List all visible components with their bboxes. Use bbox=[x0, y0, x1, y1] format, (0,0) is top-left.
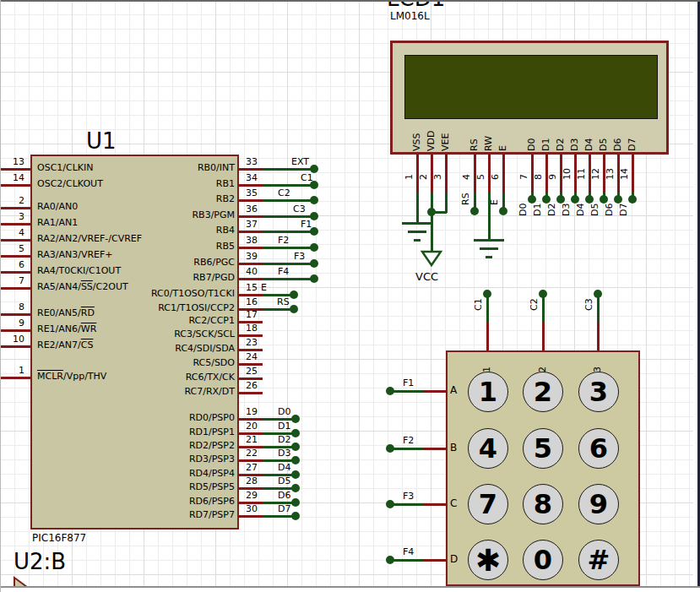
u2b-reference-label: U2:B bbox=[14, 549, 66, 574]
u1-pin-26-stub[interactable] bbox=[239, 392, 263, 394]
wire-F4[interactable] bbox=[390, 559, 423, 562]
wire-F4[interactable] bbox=[263, 278, 315, 280]
wire-C3[interactable] bbox=[263, 215, 315, 218]
u1-pin-38-stub[interactable] bbox=[239, 247, 263, 249]
u1-pin-1-wire[interactable] bbox=[0, 377, 30, 379]
keypad-col-2-stub[interactable] bbox=[542, 323, 545, 350]
junction-dot-lcd-D4[interactable] bbox=[585, 195, 594, 204]
u1-pin-34-number: 34 bbox=[246, 172, 258, 183]
u1-pin-10-wire[interactable] bbox=[0, 345, 30, 348]
u1-pin-36-stub[interactable] bbox=[239, 215, 263, 218]
keypad-key-#[interactable]: # bbox=[578, 540, 619, 580]
keypad-key-✱[interactable]: ✱ bbox=[468, 540, 508, 580]
lcd-vee-link[interactable] bbox=[431, 211, 447, 214]
junction-dot-lcd-D3[interactable] bbox=[571, 195, 579, 204]
u1-pin-4-wire[interactable] bbox=[0, 239, 30, 242]
u1-pin-35-name: RB2 bbox=[84, 193, 235, 205]
u1-pin-37-stub[interactable] bbox=[239, 231, 263, 233]
keypad-row-A-stub[interactable] bbox=[423, 390, 446, 393]
junction-dot-D0[interactable] bbox=[291, 415, 300, 423]
wire-F1[interactable] bbox=[263, 231, 315, 233]
keypad-key-3[interactable]: 3 bbox=[578, 372, 619, 412]
junction-dot-RS[interactable] bbox=[290, 305, 298, 313]
junction-dot-D5[interactable] bbox=[291, 484, 300, 492]
u1-pin-9-wire[interactable] bbox=[0, 329, 30, 332]
junction-dot-D2[interactable] bbox=[291, 443, 300, 451]
u1-pin-7-wire[interactable] bbox=[0, 287, 30, 290]
wire-F1[interactable] bbox=[390, 390, 423, 393]
junction-dot-lcd-D6[interactable] bbox=[614, 195, 622, 204]
keypad-row-D-stub[interactable] bbox=[423, 559, 446, 562]
wire-F3[interactable] bbox=[263, 263, 315, 265]
u1-pin-15-name: RC0/T1OSO/T1CKI bbox=[84, 288, 235, 300]
u1-pin-6-wire[interactable] bbox=[0, 271, 30, 274]
u1-pin-13-wire[interactable] bbox=[0, 168, 30, 171]
wire-F2[interactable] bbox=[263, 247, 315, 249]
junction-dot-D1[interactable] bbox=[291, 429, 300, 437]
schematic-canvas[interactable]: U1 PIC16F877 LCD1 LM016L VCC U2:B 13OSC1… bbox=[0, 0, 700, 592]
u1-pin-18-number: 18 bbox=[246, 323, 258, 334]
keypad-key-7[interactable]: 7 bbox=[468, 484, 508, 524]
u1-pin-8-wire[interactable] bbox=[0, 313, 30, 316]
lcd-pin-13-name: D6 bbox=[613, 138, 623, 151]
wire-F3[interactable] bbox=[390, 503, 423, 506]
u1-pin-39-stub[interactable] bbox=[239, 263, 263, 265]
junction-dot-E[interactable] bbox=[290, 291, 298, 299]
wire-C1[interactable] bbox=[486, 294, 489, 323]
junction-dot-F4[interactable] bbox=[310, 274, 318, 283]
lcd-pin-6-stub[interactable] bbox=[502, 155, 505, 193]
lcd-vss-wire[interactable] bbox=[416, 193, 419, 223]
u1-pin-35-stub[interactable] bbox=[239, 199, 263, 202]
keypad-key-9[interactable]: 9 bbox=[578, 484, 619, 524]
junction-dot-D3[interactable] bbox=[291, 456, 300, 464]
u1-pin-3-wire[interactable] bbox=[0, 223, 30, 225]
junction-dot-D6[interactable] bbox=[291, 498, 300, 507]
u1-pin-5-wire[interactable] bbox=[0, 255, 30, 258]
wire-label-D4: D4 bbox=[278, 462, 290, 473]
wire-C3[interactable] bbox=[597, 294, 600, 323]
junction-dot-lcd-D1[interactable] bbox=[542, 195, 551, 204]
wire-C2[interactable] bbox=[542, 294, 545, 323]
keypad-key-6[interactable]: 6 bbox=[578, 428, 619, 469]
u1-pin-33-stub[interactable] bbox=[239, 168, 263, 171]
junction-dot-lcd-RS[interactable] bbox=[470, 207, 479, 215]
keypad-key-5[interactable]: 5 bbox=[523, 428, 563, 469]
u1-pin-40-stub[interactable] bbox=[239, 278, 263, 280]
u1-pin-5-number: 5 bbox=[0, 243, 24, 254]
junction-dot-lcd-D0[interactable] bbox=[528, 195, 536, 204]
lcd-vee-wire[interactable] bbox=[445, 193, 448, 213]
keypad-row-B-stub[interactable] bbox=[423, 448, 446, 450]
u1-pin-2-wire[interactable] bbox=[0, 207, 30, 209]
wire-F2[interactable] bbox=[390, 448, 423, 450]
u1-pin-34-stub[interactable] bbox=[239, 184, 263, 187]
wire-EXT[interactable] bbox=[263, 168, 315, 171]
junction-dot-F3[interactable] bbox=[310, 259, 318, 268]
junction-dot-lcd-D2[interactable] bbox=[556, 195, 565, 204]
junction-dot-lcd-D5[interactable] bbox=[600, 195, 608, 204]
junction-dot-lcd-E[interactable] bbox=[499, 207, 507, 215]
u1-pin-30-stub[interactable] bbox=[239, 515, 263, 518]
lcd-pin-14-stub[interactable] bbox=[632, 155, 634, 193]
junction-dot-C2[interactable] bbox=[310, 196, 318, 204]
keypad-key-8[interactable]: 8 bbox=[523, 484, 563, 524]
keypad-col-1-stub[interactable] bbox=[486, 323, 489, 350]
keypad-key-1[interactable]: 1 bbox=[468, 372, 508, 412]
wire-C1[interactable] bbox=[263, 184, 315, 187]
junction-dot-D4[interactable] bbox=[291, 470, 300, 479]
junction-dot-F2[interactable] bbox=[310, 243, 318, 252]
junction-dot-lcd-D7[interactable] bbox=[628, 195, 637, 204]
keypad-key-2[interactable]: 2 bbox=[523, 372, 563, 412]
junction-dot-D7[interactable] bbox=[291, 512, 300, 520]
wire-label-C1: C1 bbox=[474, 298, 484, 311]
keypad-key-4[interactable]: 4 bbox=[468, 428, 508, 469]
wire-label-lcd-D2: D2 bbox=[547, 204, 557, 216]
u1-pin-33-name: RB0/INT bbox=[84, 162, 235, 174]
lcd-vdd-wire[interactable] bbox=[431, 193, 433, 252]
keypad-row-C-stub[interactable] bbox=[423, 503, 446, 506]
keypad-col-3-stub[interactable] bbox=[597, 323, 600, 350]
wire-C2[interactable] bbox=[263, 199, 315, 202]
keypad-key-0[interactable]: 0 bbox=[523, 540, 563, 580]
vcc-power-symbol[interactable] bbox=[421, 250, 442, 267]
lcd-pin-3-stub[interactable] bbox=[445, 155, 448, 193]
u1-pin-14-wire[interactable] bbox=[0, 184, 30, 187]
